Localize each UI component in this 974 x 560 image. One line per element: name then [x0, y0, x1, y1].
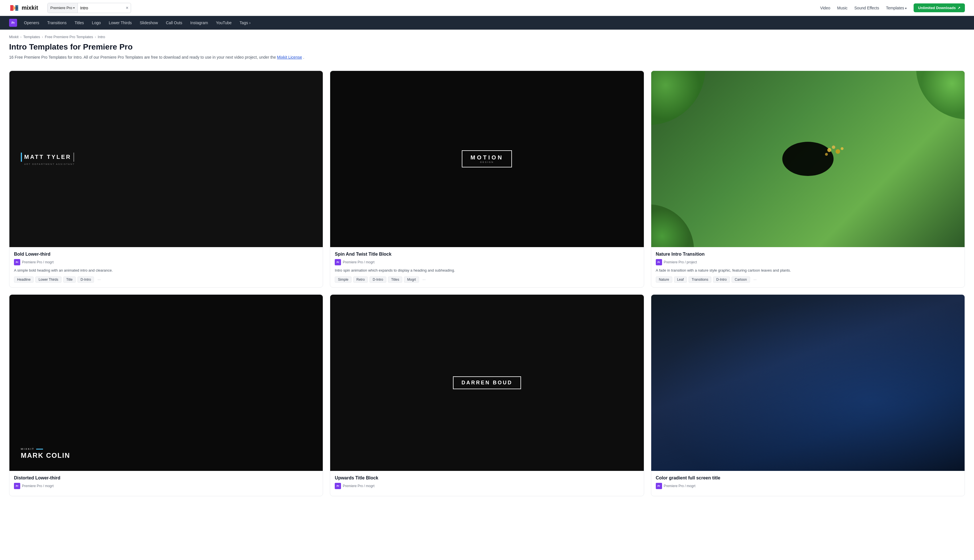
card-badge-text-2: Premiere Pro / project — [664, 260, 697, 264]
card-title-bold-lower-third: Bold Lower-third — [14, 252, 318, 257]
subnav-tags-label: Tags — [240, 20, 248, 25]
card-upwards-title[interactable]: DARREN BOUD Upwards Title Block Pr Premi… — [330, 294, 644, 496]
subnav-youtube[interactable]: YouTube — [212, 19, 235, 27]
subnav-openers[interactable]: Openers — [20, 19, 43, 27]
card-badge-text-5: Premiere Pro / mogrt — [664, 484, 695, 488]
search-dropdown[interactable]: Premiere Pro ▾ — [48, 3, 78, 13]
breadcrumb-current: Intro — [98, 35, 105, 39]
card-thumb-bold-lower-third: MATT TYLER ART DEPARTMENT ASSISTANT — [9, 71, 323, 247]
card-color-gradient[interactable]: Color gradient full screen title Pr Prem… — [651, 294, 965, 496]
search-dropdown-label: Premiere Pro — [50, 6, 72, 10]
page-title: Intro Templates for Premiere Pro — [9, 42, 965, 52]
svg-point-8 — [841, 147, 844, 150]
external-link-icon: ↗ — [957, 6, 960, 10]
distorted-name: MARK COLIN — [21, 452, 70, 460]
tag-more-2[interactable]: ··· — [752, 277, 758, 283]
card-badge-text-0: Premiere Pro / mogrt — [22, 260, 53, 264]
tag-more-0[interactable]: ··· — [96, 277, 102, 283]
tag-titles[interactable]: Titles — [388, 277, 402, 283]
unlimited-label: Unlimited Downloads — [918, 6, 956, 10]
card-tags-1: Simple Retro D-Intro Titles Mogrt ··· — [335, 277, 639, 283]
tag-d-intro-2[interactable]: D-Intro — [713, 277, 730, 283]
subnav-transitions[interactable]: Transitions — [44, 19, 70, 27]
card-nature-intro[interactable]: Nature Intro Transition Pr Premiere Pro … — [651, 71, 965, 288]
page-header: Intro Templates for Premiere Pro 16 Free… — [0, 41, 974, 64]
subnav-call-outs[interactable]: Call Outs — [162, 19, 186, 27]
pr-badge-4: Pr — [335, 483, 341, 489]
accent-bar-left — [21, 153, 22, 162]
breadcrumb-mixkit[interactable]: Mixkit — [9, 35, 18, 39]
subnav-titles[interactable]: Titles — [71, 19, 87, 27]
breadcrumb-sep-3: › — [95, 35, 96, 39]
nav-video[interactable]: Video — [820, 6, 830, 10]
tag-mogrt[interactable]: Mogrt — [404, 277, 419, 283]
card-thumb-gradient — [651, 295, 965, 471]
motion-sub-text: DESIGN — [480, 161, 494, 163]
tag-nature[interactable]: Nature — [656, 277, 672, 283]
card-body-upwards: Upwards Title Block Pr Premiere Pro / mo… — [330, 471, 643, 496]
tag-transitions[interactable]: Transitions — [688, 277, 711, 283]
chevron-right-icon: › — [249, 20, 251, 25]
card-badge-row-1: Pr Premiere Pro / mogrt — [335, 259, 639, 265]
svg-point-5 — [827, 148, 831, 152]
card-bold-lower-third[interactable]: MATT TYLER ART DEPARTMENT ASSISTANT Bold… — [9, 71, 323, 288]
sub-nav: Pr Openers Transitions Titles Logo Lower… — [0, 16, 974, 30]
search-bar: Premiere Pro ▾ × — [47, 3, 131, 13]
bold-subtitle-text: ART DEPARTMENT ASSISTANT — [24, 163, 75, 165]
brand-bar — [36, 449, 43, 450]
tag-cartoon[interactable]: Cartoon — [732, 277, 750, 283]
svg-marker-1 — [10, 5, 13, 11]
search-input[interactable] — [78, 6, 124, 10]
subnav-lower-thirds[interactable]: Lower Thirds — [105, 19, 135, 27]
top-nav-links: Video Music Sound Effects Templates Unli… — [820, 3, 965, 12]
nav-templates[interactable]: Templates — [886, 6, 907, 10]
breadcrumb: Mixkit › Templates › Free Premiere Pro T… — [0, 30, 974, 41]
card-badge-row-2: Pr Premiere Pro / project — [656, 259, 960, 265]
tag-leaf[interactable]: Leaf — [674, 277, 687, 283]
subnav-slideshow[interactable]: Slideshow — [136, 19, 161, 27]
tag-lower-thirds-0[interactable]: Lower Thirds — [35, 277, 61, 283]
breadcrumb-free-templates[interactable]: Free Premiere Pro Templates — [45, 35, 93, 39]
tag-simple[interactable]: Simple — [335, 277, 351, 283]
breadcrumb-templates[interactable]: Templates — [23, 35, 40, 39]
search-clear-button[interactable]: × — [124, 6, 130, 10]
card-tags-2: Nature Leaf Transitions D-Intro Cartoon … — [656, 277, 960, 283]
card-title-distorted: Distorted Lower-third — [14, 475, 318, 480]
subnav-instagram[interactable]: Instagram — [187, 19, 211, 27]
card-distorted-lower[interactable]: MIXKIT MARK COLIN Distorted Lower-third … — [9, 294, 323, 496]
card-badge-row-4: Pr Premiere Pro / mogrt — [335, 483, 639, 489]
pr-badge-5: Pr — [656, 483, 662, 489]
card-spin-twist[interactable]: MOTION DESIGN Spin And Twist Title Block… — [330, 71, 644, 288]
svg-point-9 — [825, 153, 828, 156]
card-desc-2: A fade in transition with a nature style… — [656, 268, 960, 273]
card-tags-0: Headline Lower Thirds Title D-Intro ··· — [14, 277, 318, 283]
svg-point-6 — [832, 145, 835, 149]
subnav-logo[interactable]: Logo — [89, 19, 104, 27]
tag-d-intro-0[interactable]: D-Intro — [77, 277, 94, 283]
card-body-gradient: Color gradient full screen title Pr Prem… — [651, 471, 965, 496]
logo[interactable]: mixkit — [9, 3, 38, 13]
tag-title[interactable]: Title — [63, 277, 76, 283]
tag-retro[interactable]: Retro — [353, 277, 368, 283]
card-badge-text-1: Premiere Pro / mogrt — [343, 260, 374, 264]
unlimited-downloads-button[interactable]: Unlimited Downloads ↗ — [914, 3, 965, 12]
card-desc-1: Intro spin animation which expands to di… — [335, 268, 639, 273]
svg-point-7 — [835, 149, 840, 154]
subnav-tags[interactable]: Tags › — [236, 19, 254, 27]
tag-headline[interactable]: Headline — [14, 277, 33, 283]
card-thumb-distorted: MIXKIT MARK COLIN — [9, 295, 323, 471]
pr-badge-2: Pr — [656, 259, 662, 265]
card-thumb-spin-twist: MOTION DESIGN — [330, 71, 643, 247]
nav-music[interactable]: Music — [837, 6, 847, 10]
berries-decoration — [824, 142, 846, 158]
tag-more-1[interactable]: ··· — [421, 277, 427, 283]
mixkit-license-link[interactable]: Mixkit License — [277, 55, 302, 60]
card-thumb-upwards: DARREN BOUD — [330, 295, 643, 471]
card-thumb-nature — [651, 71, 965, 247]
nav-sound-effects[interactable]: Sound Effects — [854, 6, 879, 10]
card-body-spin-twist: Spin And Twist Title Block Pr Premiere P… — [330, 247, 643, 288]
template-grid: MATT TYLER ART DEPARTMENT ASSISTANT Bold… — [0, 64, 974, 503]
tag-d-intro-1[interactable]: D-Intro — [369, 277, 386, 283]
pr-badge-3: Pr — [14, 483, 20, 489]
pr-badge-1: Pr — [335, 259, 341, 265]
